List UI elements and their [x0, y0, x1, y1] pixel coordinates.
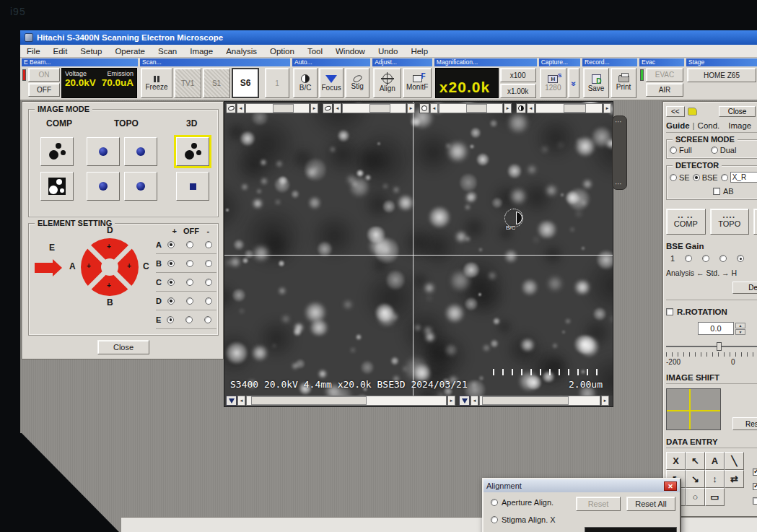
radio[interactable]	[670, 174, 677, 181]
rectangle-icon[interactable]: ▭	[705, 488, 725, 506]
abs-checkbox[interactable]	[713, 188, 720, 195]
ebeam-on-button[interactable]: ON	[28, 68, 60, 82]
slider-right-arrow[interactable]: ►	[603, 103, 611, 113]
ebeam-off-button[interactable]: OFF	[28, 83, 60, 97]
element-plus-radio[interactable]	[167, 297, 175, 305]
close-icon[interactable]: ✕	[664, 481, 677, 491]
checkbox[interactable]	[753, 497, 757, 505]
save-button[interactable]: Save	[583, 68, 609, 98]
spin-up-icon[interactable]: ▲	[735, 323, 745, 328]
alignment-reset-button[interactable]: Reset	[576, 497, 621, 511]
radio[interactable]	[491, 499, 498, 506]
adjust-monitf-button[interactable]: MonitF	[403, 68, 431, 98]
auto-focus-button[interactable]: Focus	[319, 68, 344, 98]
menu-item[interactable]: Window	[329, 46, 372, 56]
freeze-button[interactable]: Freeze	[141, 68, 172, 98]
panel-close-button[interactable]: Close	[719, 106, 756, 117]
air-button[interactable]: AIR	[646, 83, 683, 97]
stigma-align-x-option[interactable]: Stigma Align. X	[491, 515, 556, 524]
detector-bse-option[interactable]: BSE	[693, 173, 718, 182]
element-off-radio[interactable]	[186, 297, 193, 305]
slider-right-arrow[interactable]: ►	[504, 103, 512, 113]
spin-down-icon[interactable]: ▼	[735, 329, 745, 335]
triangle-down-icon[interactable]	[459, 396, 470, 406]
auto-bc-button[interactable]: B/C	[293, 68, 318, 98]
image-mode-topo-d-button[interactable]	[124, 172, 157, 201]
capture-resolution-button[interactable]: H 1280	[540, 68, 566, 98]
bottom-slider-1[interactable]: ◄ ►	[226, 396, 455, 406]
element-plus-radio[interactable]	[167, 260, 175, 267]
scan-s1-button[interactable]: S1	[203, 68, 230, 98]
delete-cross-icon[interactable]: X	[666, 452, 686, 470]
element-plus-radio[interactable]	[167, 316, 174, 323]
print-button[interactable]: Print	[611, 68, 636, 98]
image-mode-comp-inverse-button[interactable]	[40, 172, 74, 201]
tab-image[interactable]: Image	[728, 121, 751, 130]
bse-gain-radio-2[interactable]	[702, 255, 709, 262]
tab-guide[interactable]: Guide	[666, 121, 690, 130]
scan-tv1-button[interactable]: TV1	[174, 68, 201, 98]
pointer-icon[interactable]: ↖	[686, 452, 705, 470]
slider-left-arrow[interactable]: ◄	[237, 396, 245, 406]
comp-mode-button[interactable]: •• •• COMP	[666, 209, 706, 235]
bse-gain-radio-3[interactable]	[719, 255, 727, 262]
text-label-icon[interactable]: A	[705, 452, 725, 470]
capture-expand-button[interactable]: »	[568, 68, 579, 98]
image-mode-3d-small-button[interactable]	[176, 172, 209, 201]
panel-close-button[interactable]: Close	[97, 340, 149, 354]
slider-thumb[interactable]	[273, 104, 294, 113]
window-scroll-handle[interactable]	[612, 115, 627, 190]
menu-item[interactable]: Tool	[301, 46, 329, 56]
slider-right-arrow[interactable]: ►	[447, 396, 455, 406]
element-off-radio[interactable]	[185, 316, 193, 323]
element-plus-radio[interactable]	[167, 279, 175, 286]
mag-x100-button[interactable]: x100	[500, 68, 536, 82]
radio[interactable]	[721, 174, 728, 181]
adjust-slider-3[interactable]: ◄ ►	[419, 103, 512, 113]
menu-item[interactable]: File	[20, 46, 47, 56]
radio[interactable]	[670, 147, 677, 154]
slider-right-arrow[interactable]: ►	[407, 103, 415, 113]
image-mode-topo-a-button[interactable]	[87, 137, 120, 166]
rotation-value-field[interactable]: 0.0	[698, 322, 734, 335]
element-minus-radio[interactable]	[205, 241, 212, 248]
menu-item[interactable]: Image	[183, 46, 219, 56]
arrow-measure-icon[interactable]: ↕	[705, 470, 725, 488]
evac-button[interactable]: EVAC	[646, 68, 683, 82]
bse-gain-radio-1[interactable]	[685, 255, 692, 262]
element-minus-radio[interactable]	[204, 316, 211, 323]
element-quadrant-diagram[interactable]: + + + +	[81, 238, 139, 296]
detector-se-option[interactable]: SE	[670, 173, 690, 182]
menu-item[interactable]: Undo	[372, 46, 405, 56]
stage-home-button[interactable]: HOME Z65	[687, 68, 756, 82]
rotation-spinner[interactable]: ▲▼	[735, 323, 745, 335]
screen-mode-full-option[interactable]: Full	[670, 146, 692, 154]
radio[interactable]	[491, 516, 498, 523]
slider-left-arrow[interactable]: ◄	[333, 103, 341, 113]
menu-item[interactable]: Option	[263, 46, 301, 56]
bse-gain-radio-4[interactable]	[737, 255, 744, 262]
alignment-reset-all-button[interactable]: Reset All	[626, 497, 675, 511]
adjust-slider-2[interactable]: ◄ ►	[323, 103, 415, 113]
image-shift-pad[interactable]	[666, 388, 721, 430]
scan-spot-button[interactable]: 1	[265, 68, 289, 98]
slider-thumb[interactable]	[466, 104, 488, 113]
slider-right-arrow[interactable]: ►	[601, 396, 609, 406]
mag-x1k-button[interactable]: x1.00k	[500, 84, 536, 98]
menu-item[interactable]: Scan	[152, 46, 183, 56]
rotation-slider[interactable]	[666, 342, 757, 351]
detector-xray-option[interactable]: X_R	[721, 172, 757, 183]
slider-thumb[interactable]	[251, 396, 367, 405]
radio[interactable]	[693, 174, 700, 181]
element-off-radio[interactable]	[186, 241, 193, 248]
scan-s6-button[interactable]: S6	[232, 68, 259, 98]
xray-combobox[interactable]: X_R	[730, 172, 757, 183]
color-checkbox[interactable]: Col	[753, 497, 757, 505]
adjust-align-button[interactable]: Align	[373, 68, 401, 98]
menu-item[interactable]: Operate	[108, 46, 152, 56]
rotation-slider-thumb[interactable]	[717, 342, 722, 351]
screen-mode-dual-option[interactable]: Dual	[711, 146, 737, 154]
topo-mode-button[interactable]: •••• TOPO	[710, 209, 750, 235]
slider-left-arrow[interactable]: ◄	[471, 396, 478, 406]
sem-image-canvas[interactable]: ◄ ► ◄ ► ◄ ► ◄ ►	[224, 102, 613, 396]
